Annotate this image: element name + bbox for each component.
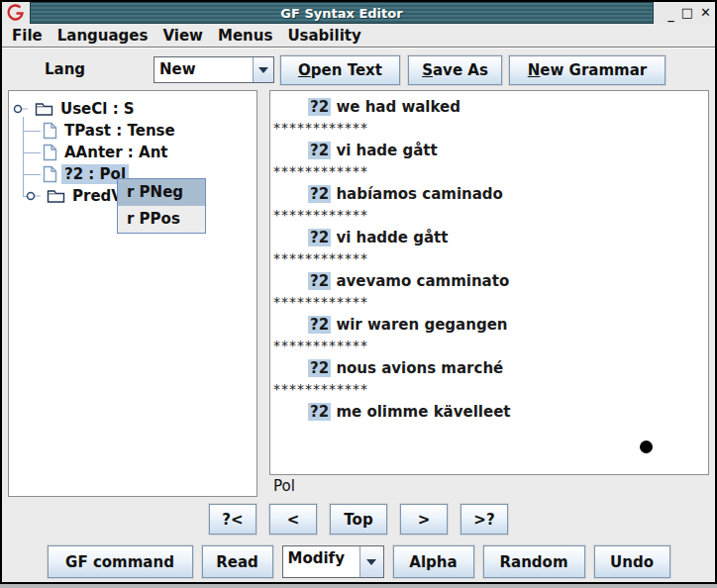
next-node-button[interactable]: > [400, 504, 448, 535]
metavariable-highlight[interactable]: ?2 [308, 316, 331, 334]
syntax-tree-panel[interactable]: UseCl : S TPast : Tense AAnter : Ant [8, 90, 257, 497]
undo-button[interactable]: Undo [594, 545, 670, 578]
read-button[interactable]: Read [202, 545, 273, 578]
chevron-down-icon [258, 67, 268, 73]
menu-view[interactable]: View [162, 24, 203, 47]
menu-languages[interactable]: Languages [57, 24, 149, 47]
linearization-line: ?2 avevamo camminato [270, 271, 708, 291]
tree-expanded-handle-icon[interactable] [13, 98, 31, 120]
popup-item-pneg[interactable]: r PNeg [118, 179, 205, 206]
menu-file[interactable]: File [12, 24, 43, 47]
command-row: GF command Read Modify Alpha Random Undo [2, 545, 715, 578]
menu-usability[interactable]: Usability [287, 24, 360, 47]
app-logo-icon [2, 2, 30, 24]
language-separator: ************ [270, 117, 708, 141]
modify-combobox-arrow[interactable] [359, 546, 383, 577]
metavariable-highlight[interactable]: ?2 [308, 185, 331, 203]
linearization-line: ?2 me olimme kävelleet [270, 402, 708, 422]
refinement-popup-menu: r PNeg r PPos [117, 178, 206, 234]
chevron-down-icon [366, 559, 376, 565]
lang-label: Lang [45, 60, 85, 78]
window-controls: _ □ ✕ [654, 2, 715, 24]
black-dot-marker [640, 441, 653, 453]
linearization-line: ?2 wir waren gegangen [270, 315, 708, 335]
close-icon[interactable]: ✕ [700, 3, 711, 23]
modify-combobox[interactable]: Modify [282, 545, 384, 578]
gf-command-button[interactable]: GF command [48, 545, 193, 578]
linearization-output-panel[interactable]: ?2 we had walked ************ ?2 vi hade… [269, 90, 709, 475]
document-icon [43, 144, 57, 161]
metavariable-highlight[interactable]: ?2 [308, 229, 331, 246]
tree-label: AAnter : Ant [61, 143, 171, 162]
tree-collapsed-handle-icon[interactable] [25, 185, 43, 207]
desktop: GF Syntax Editor _ □ ✕ File Languages Vi… [0, 0, 717, 588]
linearization-line: ?2 vi hade gått [270, 141, 708, 160]
metavariable-highlight[interactable]: ?2 [308, 272, 331, 290]
linearization-line: ?2 nous avions marché [270, 358, 708, 378]
maximize-icon[interactable]: □ [681, 3, 693, 23]
linearization-line: ?2 habíamos caminado [270, 184, 708, 204]
status-type-label: Pol [273, 477, 295, 495]
document-icon [43, 165, 57, 183]
random-button[interactable]: Random [483, 545, 585, 578]
tree-row-aanter[interactable]: AAnter : Ant [43, 142, 171, 163]
language-separator: ************ [270, 204, 708, 228]
save-as-button[interactable]: Save As [408, 55, 502, 85]
tree-row-q2-pol[interactable]: ?2 : Pol [43, 163, 129, 185]
next-metavariable-button[interactable]: >? [461, 504, 508, 535]
metavariable-highlight[interactable]: ?2 [308, 142, 331, 159]
window-title: GF Syntax Editor [31, 3, 653, 23]
gf-syntax-editor-window: GF Syntax Editor _ □ ✕ File Languages Vi… [0, 0, 717, 584]
lang-combobox-value: New [154, 57, 253, 82]
metavariable-highlight[interactable]: ?2 [308, 98, 331, 116]
metavariable-highlight[interactable]: ?2 [308, 359, 331, 377]
toolbar: Lang New Open Text Save As New Grammar [2, 49, 715, 90]
language-separator: ************ [270, 335, 708, 358]
modify-combobox-value: Modify [283, 546, 359, 577]
menu-menus[interactable]: Menus [218, 24, 272, 47]
tree-connector [23, 174, 41, 175]
prev-node-button[interactable]: < [269, 504, 317, 535]
alpha-button[interactable]: Alpha [393, 545, 474, 578]
titlebar: GF Syntax Editor _ □ ✕ [2, 2, 715, 24]
language-separator: ************ [270, 291, 708, 315]
language-separator: ************ [270, 378, 708, 402]
new-grammar-button[interactable]: New Grammar [509, 55, 666, 85]
language-separator: ************ [270, 160, 708, 184]
tree-label: UseCl : S [57, 99, 138, 119]
navigation-row: ?< < Top > >? [2, 504, 715, 535]
metavariable-highlight[interactable]: ?2 [308, 403, 331, 421]
linearization-line: ?2 we had walked [270, 97, 708, 117]
folder-icon [47, 189, 65, 204]
menubar: File Languages View Menus Usability [2, 24, 715, 48]
tree-row-usecl[interactable]: UseCl : S [13, 98, 138, 120]
tree-label: TPast : Tense [61, 121, 178, 141]
tree-row-tpast[interactable]: TPast : Tense [43, 120, 178, 142]
minimize-icon[interactable]: _ [667, 5, 674, 25]
lang-combobox-arrow[interactable] [253, 57, 273, 82]
tree-connector [23, 152, 41, 153]
top-button[interactable]: Top [330, 504, 387, 535]
title-strip[interactable]: GF Syntax Editor [30, 2, 654, 24]
language-separator: ************ [270, 247, 708, 271]
open-text-button[interactable]: Open Text [280, 55, 400, 85]
tree-connector [23, 131, 41, 132]
lang-combobox[interactable]: New [154, 56, 274, 83]
tree-connector-vertical [23, 117, 24, 197]
folder-icon [35, 102, 53, 117]
linearization-line: ?2 vi hadde gått [270, 228, 708, 247]
popup-item-ppos[interactable]: r PPos [118, 206, 205, 233]
document-icon [43, 122, 57, 140]
prev-metavariable-button[interactable]: ?< [209, 504, 256, 535]
